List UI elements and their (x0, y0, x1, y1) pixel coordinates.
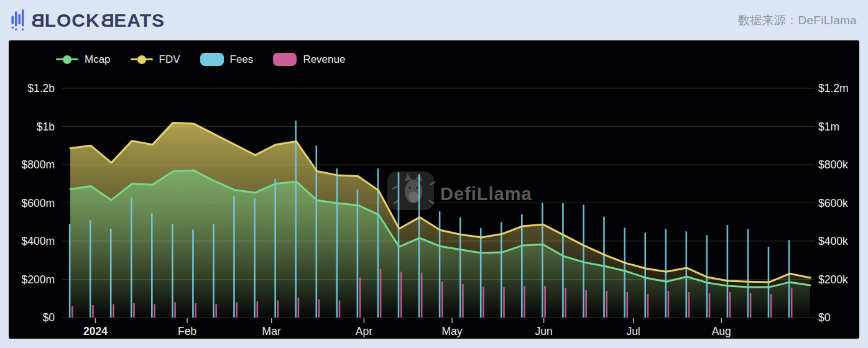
svg-text:$0: $0 (43, 311, 55, 324)
mcap-legend-marker (56, 58, 78, 61)
chart-legend: Mcap FDV Fees Revenue (56, 53, 345, 66)
svg-text:$800m: $800m (21, 158, 55, 171)
svg-text:$200m: $200m (21, 273, 55, 286)
svg-text:$1b: $1b (37, 121, 55, 133)
legend-item-fees[interactable]: Fees (200, 53, 254, 66)
svg-text:$1m: $1m (818, 121, 839, 133)
svg-text:Mar: Mar (262, 325, 281, 337)
data-source-label: 数据来源：DeFiLlama (738, 12, 857, 29)
legend-label: FDV (159, 53, 180, 66)
svg-text:Jul: Jul (626, 325, 640, 337)
svg-text:$400m: $400m (21, 235, 55, 247)
defillama-watermark: DefiLlama (387, 172, 532, 210)
legend-label: Fees (230, 53, 254, 66)
legend-label: Revenue (303, 53, 345, 66)
blockbeats-logo-text: BLOCKBEATS (30, 11, 165, 30)
svg-text:$1.2m: $1.2m (818, 82, 849, 94)
fdv-legend-marker (131, 58, 153, 61)
svg-text:$800k: $800k (818, 158, 848, 171)
svg-text:May: May (442, 325, 463, 337)
blockbeats-logo[interactable]: BLOCKBEATS (10, 9, 165, 32)
svg-text:Jun: Jun (535, 325, 552, 337)
legend-item-fdv[interactable]: FDV (131, 53, 180, 66)
svg-text:DefiLlama: DefiLlama (440, 184, 532, 204)
svg-text:$1.2b: $1.2b (27, 82, 55, 94)
legend-item-mcap[interactable]: Mcap (56, 53, 111, 66)
page-header: BLOCKBEATS 数据来源：DeFiLlama (0, 0, 868, 40)
blockbeats-logo-icon (10, 9, 26, 32)
svg-text:2024: 2024 (83, 325, 108, 337)
legend-label: Mcap (85, 53, 111, 66)
svg-text:Feb: Feb (178, 325, 196, 337)
svg-text:$600k: $600k (818, 197, 848, 209)
left-axis-labels: $0$200m$400m$600m$800m$1b$1.2b (21, 82, 55, 324)
chart-panel: Mcap FDV Fees Revenue DefiLlama$0$200m$4… (9, 40, 859, 339)
svg-text:$0: $0 (818, 311, 831, 324)
svg-text:Aug: Aug (712, 325, 731, 337)
chart-canvas[interactable]: DefiLlama$0$200m$400m$600m$800m$1b$1.2b$… (9, 40, 859, 339)
svg-text:$200k: $200k (818, 273, 848, 286)
x-axis-month-labels: 2024FebMarAprMayJunJulAug (83, 318, 731, 337)
svg-text:Apr: Apr (356, 325, 372, 337)
svg-text:$600m: $600m (21, 197, 55, 209)
right-axis-labels: $0$200k$400k$600k$800k$1m$1.2m (818, 82, 849, 324)
svg-text:$400k: $400k (818, 235, 848, 247)
revenue-legend-marker (273, 53, 297, 66)
fees-legend-marker (200, 53, 224, 66)
legend-item-revenue[interactable]: Revenue (273, 53, 345, 66)
